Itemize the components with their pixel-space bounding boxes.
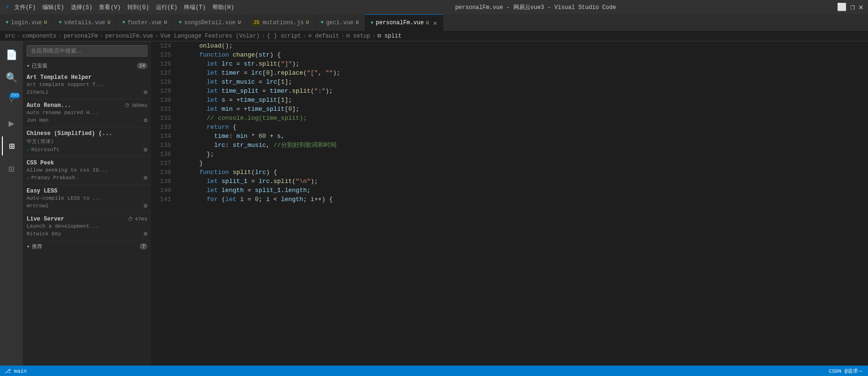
- code-container[interactable]: 1241251261271281291301311321331341351361…: [151, 41, 868, 366]
- menu-item[interactable]: 帮助(H): [212, 3, 234, 11]
- token-kw: let: [207, 77, 218, 87]
- token-plain: =: [255, 77, 266, 87]
- menu-item[interactable]: 文件(F): [14, 3, 36, 11]
- tab-vdetails[interactable]: ▼vdetails.vue U: [53, 14, 116, 31]
- token-var: lrc: [251, 68, 262, 77]
- token-var: s: [277, 132, 281, 141]
- breadcrumb-part[interactable]: personalFm: [64, 33, 98, 39]
- token-plain: [229, 168, 233, 177]
- recommended-section-header[interactable]: ▾ 推荐 7: [23, 241, 151, 252]
- breadcrumb-part[interactable]: ⊡ setup: [347, 32, 370, 39]
- tab-songsDetail[interactable]: ▼songsDetail.vue U: [173, 14, 247, 31]
- token-str: "[": [307, 68, 318, 77]
- token-var: str_music: [222, 77, 255, 87]
- menu-item[interactable]: 编辑(E): [42, 3, 64, 11]
- tab-login[interactable]: ▼login.vue U: [0, 14, 53, 31]
- close-button[interactable]: ✕: [858, 2, 863, 12]
- breadcrumb-part[interactable]: { } script: [267, 33, 301, 39]
- minimize-button[interactable]: ⬜: [837, 2, 847, 12]
- ext-gear-icon[interactable]: ⚙: [144, 230, 147, 238]
- timer-icon: ⏱: [125, 103, 130, 109]
- token-kw: let: [207, 186, 218, 195]
- tab-label: songsDetail.vue: [184, 19, 235, 26]
- menu-item[interactable]: 运行(E): [156, 3, 178, 11]
- vue-icon: ▼: [59, 20, 62, 25]
- js-icon: JS: [252, 19, 260, 26]
- ext-gear-icon[interactable]: ⚙: [144, 88, 147, 96]
- code-lines[interactable]: onload(); function change(str) { let lrc…: [175, 41, 868, 366]
- tab-modified-indicator: U: [426, 20, 429, 26]
- token-punc: [: [277, 77, 281, 87]
- breadcrumb-part[interactable]: ⊙ default: [309, 32, 339, 39]
- code-line: lrc: str_music, //分割好到歌词和时间: [184, 141, 868, 150]
- timer-icon: ⏱: [128, 216, 133, 222]
- breadcrumb-part[interactable]: components: [22, 33, 57, 39]
- line-number: 124: [155, 41, 171, 50]
- extension-item-chinese[interactable]: Chinese (Simplified) (...中文(简体)✓Microsof…: [23, 127, 151, 157]
- activity-bar: 📄🔍⑂253▶⊞⊡: [0, 41, 23, 366]
- activity-extensions[interactable]: ⊞: [2, 136, 21, 155]
- extension-item-css-peek[interactable]: CSS PeekAllow peeking to css ID...✓Prana…: [23, 157, 151, 185]
- token-plain: [218, 186, 222, 195]
- extension-item-art-template[interactable]: Art Template HelperArt template support …: [23, 71, 151, 99]
- activity-search[interactable]: 🔍: [2, 68, 21, 87]
- tab-label: footer.vue: [127, 19, 162, 26]
- tab-close-button[interactable]: ✕: [433, 19, 437, 27]
- breadcrumb-part[interactable]: ⊡ split: [377, 32, 401, 39]
- token-str: "": [326, 68, 333, 77]
- breadcrumb-separator: ›: [100, 33, 103, 39]
- token-punc: (: [218, 195, 225, 204]
- extension-item-auto-rename[interactable]: Auto Renam...⏱309msAuto rename paired H.…: [23, 99, 151, 127]
- extension-item-easy-less[interactable]: Easy LESSAuto-compile LESS to ...mrcrowl…: [23, 185, 151, 213]
- tab-modified-indicator: U: [107, 20, 110, 25]
- tab-personalfm[interactable]: ▼personalFm.vue U✕: [365, 14, 444, 31]
- breadcrumb-part[interactable]: Vue Language Features (Volar): [160, 33, 260, 39]
- menu-item[interactable]: 终端(T): [184, 3, 206, 11]
- ext-gear-icon[interactable]: ⚙: [144, 202, 147, 210]
- code-line: // console.log(time_split);: [184, 114, 868, 123]
- tab-label: mutations.js: [262, 19, 303, 26]
- recommended-chevron: ▾: [27, 243, 30, 250]
- ext-gear-icon[interactable]: ⚙: [144, 116, 147, 124]
- tab-modified-indicator: U: [356, 20, 358, 25]
- code-line: };: [184, 150, 868, 159]
- code-line: let lrc = str.split("]");: [184, 59, 868, 68]
- code-line: time: min * 60 + s,: [184, 132, 868, 141]
- extension-item-live-server[interactable]: Live Server⏱47msLaunch a development...R…: [23, 213, 151, 241]
- token-kw: let: [225, 195, 236, 204]
- search-input[interactable]: [27, 45, 147, 57]
- code-line: let time_split = timer.split(":");: [184, 87, 868, 96]
- activity-badge: 253: [10, 93, 20, 98]
- token-punc: ();: [222, 41, 232, 50]
- line-number: 136: [155, 150, 171, 159]
- tab-mutations[interactable]: JSmutations.js U: [247, 14, 315, 31]
- breadcrumb-part[interactable]: src: [5, 33, 15, 39]
- activity-remote[interactable]: ⊡: [2, 159, 21, 178]
- code-line: return {: [184, 123, 868, 132]
- menu-bar[interactable]: 文件(F)编辑(E)选择(S)查看(V)转到(G)运行(E)终端(T)帮助(H): [14, 3, 234, 11]
- tab-footer[interactable]: ▼footer.vue U: [116, 14, 173, 31]
- maximize-button[interactable]: ❐: [850, 2, 855, 12]
- ext-gear-icon[interactable]: ⚙: [144, 146, 147, 154]
- ext-name: CSS Peek: [27, 160, 54, 166]
- activity-explorer[interactable]: 📄: [2, 45, 21, 64]
- token-plain: =: [244, 195, 255, 204]
- menu-item[interactable]: 查看(V): [99, 3, 121, 11]
- breadcrumb-part[interactable]: personalFm.vue: [105, 33, 153, 39]
- branch-indicator[interactable]: ⎇ main: [5, 368, 27, 374]
- installed-section-header[interactable]: ▾ 已安装 14: [23, 60, 151, 71]
- activity-run[interactable]: ▶: [2, 114, 21, 133]
- token-str: "]": [281, 59, 292, 68]
- vue-icon: ▼: [371, 20, 374, 26]
- window-controls[interactable]: ⬜ ❐ ✕: [837, 2, 863, 12]
- token-plain: [184, 96, 207, 105]
- token-var: i: [310, 195, 314, 204]
- ext-author-name: ZihanLi: [27, 89, 48, 95]
- ext-gear-icon[interactable]: ⚙: [144, 174, 147, 182]
- menu-item[interactable]: 转到(G): [127, 3, 149, 11]
- tab-geci[interactable]: ▼geci.vue U: [315, 14, 365, 31]
- menu-item[interactable]: 选择(S): [71, 3, 93, 11]
- installed-chevron: ▾: [27, 63, 30, 69]
- breadcrumb-separator: ›: [372, 33, 376, 39]
- activity-source-control[interactable]: ⑂253: [2, 91, 21, 110]
